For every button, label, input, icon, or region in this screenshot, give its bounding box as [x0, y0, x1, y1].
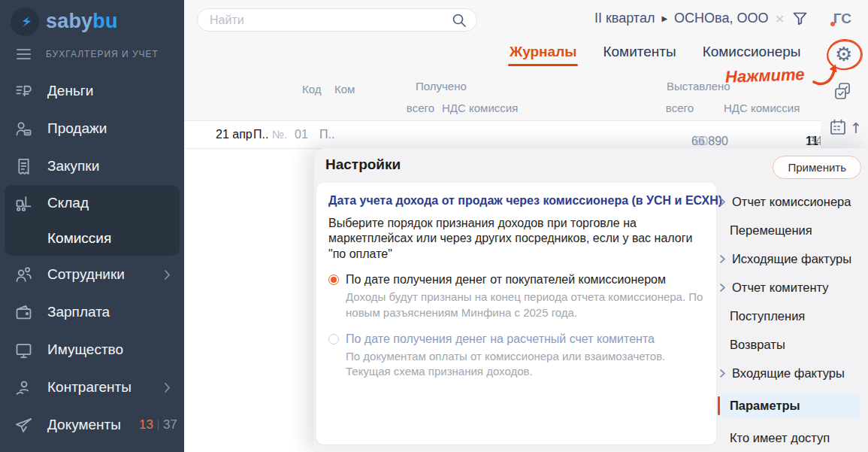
menu-item-who-has-access[interactable]: Кто имеет доступ [718, 429, 860, 447]
sidebar-nav: Деньги Продажи Закупки Склад Комиссия [0, 72, 184, 444]
close-icon[interactable]: × [775, 11, 784, 26]
col-group-received[interactable]: Получено [416, 80, 467, 93]
menu-item-outgoing-invoices[interactable]: Исходящие фактуры [718, 250, 860, 268]
counter-divider [158, 420, 159, 430]
table-row[interactable]: 21 апр П.. №. 01 П.. 66 890.00 11 148.34 [184, 121, 821, 149]
arrow-up-icon: ↑ [850, 120, 862, 136]
search-bar [197, 8, 477, 32]
menu-hamburger-icon[interactable] [17, 49, 31, 59]
period-filter[interactable]: II квартал [594, 11, 655, 26]
brand-saby: saby [46, 10, 92, 32]
sidebar: sabybu БУХГАЛТЕРИЯ И УЧЕТ Деньги Продажи… [0, 0, 184, 452]
filter-funnel-icon[interactable] [791, 10, 809, 27]
option-by-buyer-payment: По дате получения денег от покупателей к… [328, 273, 704, 320]
saby-bird-icon [11, 8, 39, 36]
sidebar-item-label: Продажи [47, 120, 107, 137]
menu-item-incoming-invoices[interactable]: Входящие фактуры [718, 365, 860, 382]
sidebar-item-employees[interactable]: Сотрудники [0, 256, 184, 293]
calendar-upload-button[interactable]: ↑ [829, 117, 862, 138]
user-avatar[interactable]: ГС [833, 11, 851, 27]
radio-unselected[interactable] [328, 334, 339, 344]
sidebar-item-label: Закупки [47, 158, 99, 174]
menu-item-label: Входящие фактуры [732, 366, 852, 381]
sidebar-item-warehouse[interactable]: Склад [5, 185, 180, 221]
sidebar-item-contractors[interactable]: Контрагенты [0, 369, 184, 406]
sales-icon [14, 119, 34, 139]
col-issued-vat[interactable]: НДС комиссия [724, 102, 800, 114]
tab-commissioners[interactable]: Комиссионеры [703, 44, 801, 66]
radio-selected[interactable] [328, 275, 339, 285]
menu-item-label: Перемещения [730, 223, 850, 238]
brand-bu: bu [92, 10, 117, 32]
sidebar-item-property[interactable]: Имущество [0, 331, 184, 369]
org-filter[interactable]: ОСНОва, ООО [674, 11, 768, 26]
col-code[interactable]: Код [302, 83, 322, 96]
settings-dialog: Настройки Применить Дата учета дохода от… [314, 148, 868, 452]
menu-item-committent-report[interactable]: Отчет комитенту [718, 279, 860, 296]
sidebar-item-label: Деньги [47, 83, 93, 99]
dialog-title: Настройки [325, 156, 401, 173]
row-number: 01 [295, 128, 308, 141]
tasks-button[interactable] [832, 80, 854, 106]
row-counterparty: П.. [319, 128, 334, 141]
search-input[interactable] [210, 14, 451, 27]
tab-journals[interactable]: Журналы [510, 44, 576, 66]
receipt-icon [14, 156, 34, 177]
option-label[interactable]: По дате получения денег от покупателей к… [346, 273, 666, 287]
sidebar-item-label: Сотрудники [47, 266, 125, 283]
employees-icon [14, 265, 34, 285]
menu-item-parameters[interactable]: Параметры [718, 393, 860, 418]
calendar-icon [829, 117, 848, 138]
section-description: Выберите порядок признания доходов при т… [328, 216, 708, 262]
option-hint: Доходы будут признаны на конец периода о… [346, 290, 706, 320]
tab-committents[interactable]: Комитенты [603, 44, 676, 66]
issued-vat-dec: .34 [806, 135, 822, 148]
chevron-right-icon [719, 283, 726, 293]
sidebar-item-salary[interactable]: Зарплата [0, 293, 184, 331]
menu-item-returns[interactable]: Возвраты [718, 336, 860, 353]
status-dot [830, 22, 835, 26]
sidebar-item-documents[interactable]: Документы 13 37 [0, 406, 184, 444]
sidebar-item-money[interactable]: Деньги [0, 72, 184, 110]
search-icon[interactable] [451, 12, 467, 29]
col-com[interactable]: Ком [334, 83, 355, 96]
brand-name: sabybu [46, 10, 118, 33]
row-doc-type: П.. [253, 128, 268, 141]
main-area: II квартал ▶ ОСНОва, ООО × ГС Журналы Ко… [184, 0, 868, 452]
menu-item-label: Кто имеет доступ [730, 431, 850, 445]
paper-plane-icon [14, 415, 34, 435]
sidebar-item-purchases[interactable]: Закупки [0, 147, 184, 185]
module-label: БУХГАЛТЕРИЯ И УЧЕТ [46, 49, 159, 59]
settings-menu: Отчет комиссионера Перемещения Исходящие… [718, 183, 868, 452]
contractor-icon [14, 378, 34, 398]
tasks-icon [832, 80, 854, 103]
brand-logo[interactable]: sabybu [0, 0, 184, 38]
row-number-sign: №. [272, 128, 287, 141]
sidebar-item-commission[interactable]: Комиссия [5, 221, 180, 256]
sidebar-item-label: Контрагенты [47, 379, 132, 396]
wallet-icon [14, 302, 34, 323]
menu-item-label: Поступления [730, 309, 850, 323]
menu-item-commissioner-report[interactable]: Отчет комиссионера [718, 193, 860, 211]
module-row: БУХГАЛТЕРИЯ И УЧЕТ [0, 39, 184, 69]
forklift-icon [14, 193, 34, 214]
sidebar-item-sales[interactable]: Продажи [0, 110, 184, 147]
col-issued-total[interactable]: всего [628, 102, 694, 114]
col-received-total[interactable]: всего [372, 102, 434, 114]
app-window: sabybu БУХГАЛТЕРИЯ И УЧЕТ Деньги Продажи… [0, 0, 868, 452]
documents-count-primary: 13 [139, 417, 153, 432]
option-by-committent-account: По дате получения денег на расчетный сче… [328, 332, 704, 380]
col-received-vat[interactable]: НДС комиссия [442, 102, 518, 114]
option-label[interactable]: По дате получения денег на расчетный сче… [346, 332, 655, 346]
menu-item-label: Параметры [730, 399, 850, 413]
col-group-issued[interactable]: Выставлено [667, 80, 730, 93]
row-date: 21 апр [216, 128, 253, 141]
section-title: Дата учета дохода от продаж через комисс… [328, 194, 704, 208]
menu-item-receipts[interactable]: Поступления [718, 308, 860, 325]
sidebar-selected-group: Склад Комиссия [5, 185, 180, 256]
money-icon [14, 81, 34, 102]
apply-button[interactable]: Применить [773, 156, 861, 179]
sidebar-item-label: Имущество [47, 341, 123, 358]
chevron-right-icon [164, 382, 171, 393]
menu-item-movements[interactable]: Перемещения [718, 222, 860, 239]
